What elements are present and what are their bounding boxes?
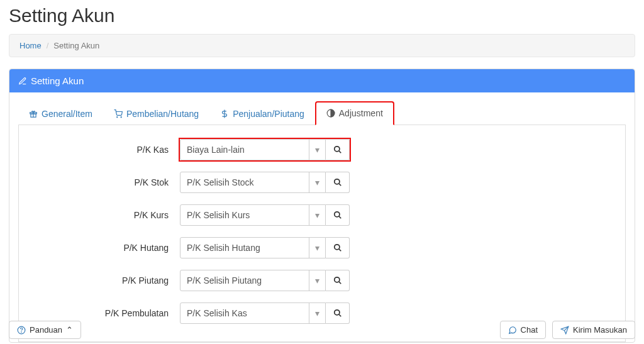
chat-icon [508, 326, 517, 335]
breadcrumb-home[interactable]: Home [19, 41, 42, 50]
svg-point-18 [21, 331, 22, 332]
caret-down-icon: ▾ [309, 205, 325, 225]
tab-label: Penjualan/Piutang [233, 109, 304, 119]
select-value: Biaya Lain-lain [187, 145, 245, 155]
select-value: P/K Selisih Kurs [187, 210, 250, 220]
caret-down-icon: ▾ [309, 172, 325, 192]
label-pk-kurs: P/K Kurs [29, 210, 180, 220]
lookup-button-pk-piutang[interactable] [326, 270, 350, 291]
svg-line-8 [338, 184, 341, 186]
chat-button[interactable]: Chat [500, 321, 546, 339]
help-icon [17, 326, 26, 335]
tab-label: Pembelian/Hutang [126, 109, 199, 119]
lookup-button-pk-kas[interactable] [326, 139, 350, 160]
search-icon [333, 276, 342, 285]
footer: Panduan ⌃ Chat Kirim Masukan [0, 321, 644, 339]
contrast-icon [326, 109, 335, 118]
label-pk-hutang: P/K Hutang [29, 243, 180, 253]
lookup-button-pk-stok[interactable] [326, 172, 350, 193]
kirim-masukan-button[interactable]: Kirim Masukan [552, 321, 635, 339]
svg-point-5 [334, 147, 339, 152]
select-pk-stok[interactable]: P/K Selisih Stock ▾ [180, 172, 326, 193]
svg-point-3 [121, 116, 121, 117]
search-icon [333, 145, 342, 154]
form-row-pk-hutang: P/K Hutang P/K Selisih Hutang ▾ [29, 237, 615, 258]
caret-down-icon: ▾ [309, 140, 325, 160]
search-icon [333, 243, 342, 252]
form-row-pk-piutang: P/K Piutang P/K Selisih Piutang ▾ [29, 270, 615, 291]
svg-line-16 [338, 314, 341, 317]
svg-line-10 [338, 216, 341, 219]
select-pk-kas[interactable]: Biaya Lain-lain ▾ [180, 139, 326, 160]
breadcrumb-current: Setting Akun [53, 41, 99, 50]
select-value: P/K Selisih Stock [187, 177, 254, 187]
caret-down-icon: ▾ [309, 238, 325, 258]
panduan-button[interactable]: Panduan ⌃ [9, 321, 81, 339]
panel-body: General/Item Pembelian/Hutang Penjualan/… [9, 92, 635, 342]
form-row-pk-stok: P/K Stok P/K Selisih Stock ▾ [29, 172, 615, 193]
settings-panel: Setting Akun General/Item Pembelian/Huta… [9, 69, 635, 343]
breadcrumb-separator: / [47, 41, 49, 50]
tab-pembelian[interactable]: Pembelian/Hutang [103, 101, 209, 125]
lookup-button-pk-hutang[interactable] [326, 237, 350, 258]
label-pk-piutang: P/K Piutang [29, 275, 180, 286]
panel-heading: Setting Akun [9, 69, 635, 92]
select-value: P/K Selisih Kas [187, 308, 247, 318]
page-title: Setting Akun [0, 0, 644, 34]
label-pk-stok: P/K Stok [29, 177, 180, 187]
select-pk-hutang[interactable]: P/K Selisih Hutang ▾ [180, 237, 326, 258]
panel-title: Setting Akun [31, 75, 84, 86]
svg-point-9 [334, 212, 339, 217]
select-pk-piutang[interactable]: P/K Selisih Piutang ▾ [180, 270, 326, 291]
tab-adjustment[interactable]: Adjustment [315, 101, 394, 125]
search-icon [333, 211, 342, 219]
label-pk-pembulatan: P/K Pembulatan [29, 308, 180, 318]
tab-general[interactable]: General/Item [18, 101, 103, 125]
tabs: General/Item Pembelian/Hutang Penjualan/… [18, 101, 626, 125]
tab-penjualan[interactable]: Penjualan/Piutang [209, 101, 315, 125]
svg-point-2 [117, 116, 118, 117]
select-value: P/K Selisih Piutang [187, 275, 262, 286]
label-pk-kas: P/K Kas [29, 145, 180, 155]
chat-label: Chat [521, 325, 538, 335]
select-pk-kurs[interactable]: P/K Selisih Kurs ▾ [180, 204, 326, 226]
cart-icon [114, 109, 123, 118]
caret-down-icon: ▾ [309, 270, 325, 291]
svg-point-15 [334, 310, 339, 315]
send-icon [560, 326, 569, 335]
tab-content-adjustment: P/K Kas Biaya Lain-lain ▾ P/K Stok [18, 125, 626, 342]
tab-label: General/Item [42, 109, 92, 119]
gift-icon [29, 109, 38, 118]
svg-point-11 [334, 245, 339, 250]
svg-point-13 [334, 277, 339, 282]
breadcrumb: Home / Setting Akun [9, 34, 635, 57]
search-icon [333, 309, 342, 318]
pencil-icon [18, 77, 27, 86]
svg-line-6 [338, 151, 341, 153]
svg-line-14 [338, 282, 341, 284]
tab-label: Adjustment [339, 108, 383, 118]
svg-line-12 [338, 249, 341, 252]
lookup-button-pk-kurs[interactable] [326, 204, 350, 226]
panduan-label: Panduan [30, 325, 62, 335]
select-value: P/K Selisih Hutang [187, 243, 260, 253]
svg-point-7 [334, 179, 339, 184]
form-row-pk-kas: P/K Kas Biaya Lain-lain ▾ [29, 139, 615, 160]
kirim-label: Kirim Masukan [573, 325, 627, 335]
search-icon [333, 178, 342, 187]
form-row-pk-kurs: P/K Kurs P/K Selisih Kurs ▾ [29, 204, 615, 226]
dollar-icon [220, 109, 229, 118]
chevron-up-icon: ⌃ [66, 325, 73, 335]
